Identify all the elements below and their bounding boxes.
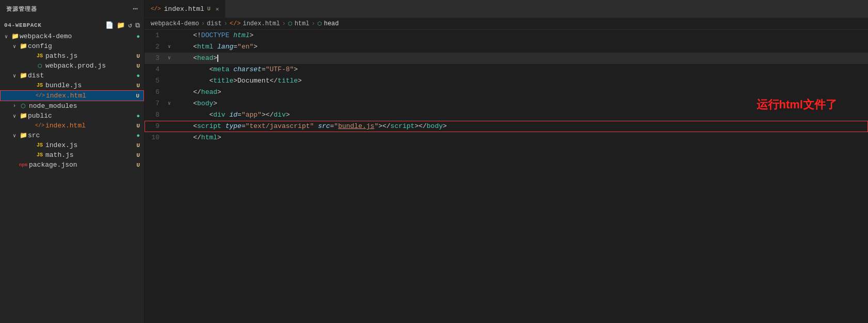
tree-item-label: public [28, 112, 136, 120]
tree-item-label: paths.js [45, 52, 136, 60]
tree-item-label: dist [28, 72, 136, 79]
line-number: 3 [144, 53, 168, 64]
breadcrumb-index-html: index.html [243, 20, 280, 27]
folder-arrow: ∨ [10, 113, 19, 119]
tree-item-index-html-dist[interactable]: </> index.html U [0, 90, 144, 101]
folder-icon: 📁 [19, 112, 28, 120]
editor-tab[interactable]: </> index.html U ✕ [144, 0, 226, 18]
tree-item-webpack-prod[interactable]: ⬡ webpack.prod.js U [0, 61, 144, 71]
html-icon: </> [35, 123, 44, 128]
code-line-4: 4 <meta charset="UTF-8"> [144, 64, 868, 75]
folder-arrow: ∨ [2, 34, 10, 40]
app-container: 资源管理器 ⋯ </> index.html U ✕ 04-WEBPACK 📄 … [0, 0, 868, 323]
line-number: 7 [144, 98, 168, 109]
js-icon: JS [35, 83, 44, 88]
js-icon: JS [35, 53, 44, 59]
tree-badge: ● [136, 34, 140, 40]
tree-badge: U [136, 123, 140, 129]
line-content: <script type="text/javascript" src="bund… [175, 121, 868, 132]
tree-item-bundle-js[interactable]: JS bundle.js U [0, 80, 144, 90]
line-content: </head> [175, 87, 868, 98]
code-line-2: 2 ∨ <html lang="en"> [144, 41, 868, 53]
tree-item-label: src [28, 132, 136, 139]
section-title: 04-WEBPACK [4, 22, 42, 28]
code-editor[interactable]: 运行html文件了 1 <!DOCTYPE html> 2 ∨ <html la… [144, 30, 868, 323]
line-content: <html lang="en"> [175, 41, 868, 53]
tree-item-package-json[interactable]: npm package.json U [0, 160, 144, 170]
tree-badge: U [136, 83, 140, 89]
tree-item-dist[interactable]: ∨ 📁 dist ● [0, 71, 144, 80]
line-arrow: ∨ [168, 98, 175, 109]
tree-item-math-js[interactable]: JS math.js U [0, 150, 144, 160]
folder-arrow: › [10, 103, 19, 109]
line-content: <!DOCTYPE html> [175, 30, 868, 41]
breadcrumb-webpack4-demo: webpack4-demo [151, 20, 199, 27]
line-arrow: ∨ [168, 41, 175, 53]
folder-icon: 📁 [19, 72, 28, 79]
breadcrumb: webpack4-demo › dist › </> index.html › … [144, 18, 868, 30]
tree-item-webpack4-demo[interactable]: ∨ 📁 webpack4-demo ● [0, 31, 144, 41]
tree-item-index-js[interactable]: JS index.js U [0, 140, 144, 150]
annotation-text: 运行html文件了 [757, 97, 837, 112]
tab-bar: 资源管理器 ⋯ </> index.html U ✕ [0, 0, 868, 18]
breadcrumb-sep: › [282, 20, 285, 27]
code-line-3: 3 ∨ <head> [144, 53, 868, 64]
tree-item-index-html-public[interactable]: </> index.html U [0, 121, 144, 131]
js-icon: JS [35, 142, 44, 148]
breadcrumb-dist: dist [207, 20, 222, 27]
tree-item-config[interactable]: ∨ 📁 config [0, 41, 144, 51]
code-line-1: 1 <!DOCTYPE html> [144, 30, 868, 41]
tree-item-src[interactable]: ∨ 📁 src ● [0, 131, 144, 140]
tree-item-label: package.json [29, 161, 136, 169]
module-folder-icon: ⬡ [19, 103, 28, 109]
tree-badge: U [136, 152, 140, 158]
sidebar-title: 资源管理器 [6, 5, 37, 13]
collapse-icon[interactable]: ⧉ [135, 22, 140, 29]
tree-badge: U [136, 162, 140, 168]
folder-icon: 📁 [19, 42, 28, 50]
refresh-icon[interactable]: ↺ [128, 21, 132, 29]
breadcrumb-sep: › [201, 20, 205, 27]
line-number: 1 [144, 30, 168, 41]
line-number: 2 [144, 41, 168, 53]
folder-arrow: ∨ [10, 133, 19, 139]
tree-item-label: index.html [45, 122, 136, 130]
tree-badge: U [136, 142, 140, 149]
main-layout: 04-WEBPACK 📄 📁 ↺ ⧉ ∨ 📁 webpack4-demo ● ∨ [0, 18, 868, 323]
line-content: <head> [175, 53, 868, 64]
breadcrumb-html-tag: html [295, 20, 310, 27]
breadcrumb-html-icon: </> [230, 20, 241, 27]
tree-badge: U [136, 53, 140, 59]
tree-badge: U [136, 93, 139, 99]
line-number: 8 [144, 109, 168, 121]
tree-item-label: math.js [45, 151, 136, 159]
breadcrumb-sep: › [311, 20, 315, 27]
tree-item-label: index.html [46, 92, 136, 100]
line-content: <title>Document</title> [175, 75, 868, 87]
new-folder-icon[interactable]: 📁 [117, 21, 125, 29]
line-number: 4 [144, 64, 168, 75]
tree-item-paths-js[interactable]: JS paths.js U [0, 51, 144, 61]
folder-icon: 📁 [10, 33, 20, 40]
line-number: 5 [144, 75, 168, 87]
module-icon: ⬡ [35, 63, 44, 69]
line-number: 6 [144, 87, 168, 98]
folder-arrow: ∨ [10, 73, 19, 79]
tree-item-label: node_modules [29, 102, 144, 110]
tab-filename: index.html [164, 5, 204, 13]
js-icon: JS [35, 152, 44, 158]
tree-item-node-modules[interactable]: › ⬡ node_modules [0, 101, 144, 111]
new-file-icon[interactable]: 📄 [105, 21, 114, 29]
line-number: 10 [144, 132, 168, 143]
tree-item-label: bundle.js [45, 82, 136, 89]
html-icon: </> [36, 93, 45, 99]
tree-item-label: webpack4-demo [20, 33, 136, 40]
editor-area: webpack4-demo › dist › </> index.html › … [144, 18, 868, 323]
tab-close-icon[interactable]: ✕ [216, 6, 219, 12]
tree-item-public[interactable]: ∨ 📁 public ● [0, 111, 144, 121]
sidebar-more-icon[interactable]: ⋯ [133, 4, 138, 14]
line-content: </html> [175, 132, 868, 143]
tree-badge: ● [136, 113, 140, 119]
breadcrumb-html-tag-icon: ⬡ [288, 21, 293, 27]
folder-arrow: ∨ [10, 43, 19, 50]
